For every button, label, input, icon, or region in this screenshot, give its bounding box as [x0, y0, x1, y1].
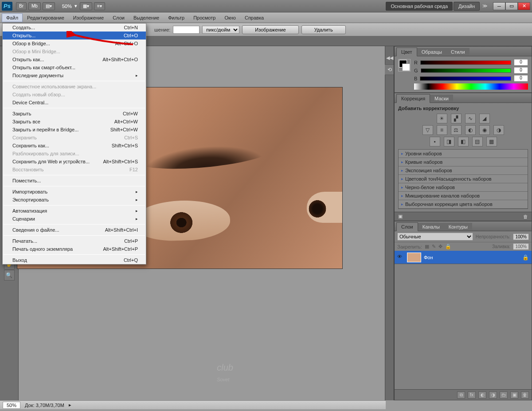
- menu-item[interactable]: Поместить...: [3, 177, 146, 185]
- levels-icon[interactable]: ▞: [451, 114, 462, 123]
- posterize-icon[interactable]: ◨: [444, 137, 454, 146]
- panel-tab[interactable]: Слои: [396, 222, 418, 231]
- status-zoom[interactable]: 50%: [3, 402, 20, 409]
- panel-tab[interactable]: Цвет: [396, 47, 417, 56]
- new-layer-icon[interactable]: ▣: [510, 391, 518, 399]
- b-value[interactable]: 0: [514, 75, 528, 82]
- panel-tab[interactable]: Коррекция: [396, 94, 430, 103]
- hue-icon[interactable]: ≡: [437, 125, 447, 135]
- menu-item[interactable]: Печать одного экземпляраAlt+Shift+Ctrl+P: [3, 245, 146, 253]
- menu-item[interactable]: Сценарии: [3, 215, 146, 223]
- screen-mode-button[interactable]: ▤▾: [43, 2, 55, 10]
- menu-item[interactable]: Открыть...Ctrl+O: [3, 32, 146, 40]
- minibridge-button[interactable]: Mb: [28, 2, 41, 10]
- link-layers-icon[interactable]: ⧉: [457, 391, 465, 399]
- menu-item[interactable]: ЗакрытьCtrl+W: [3, 110, 146, 118]
- menu-item[interactable]: ВыходCtrl+Q: [3, 256, 146, 264]
- r-value[interactable]: 0: [514, 59, 528, 66]
- adjustment-preset[interactable]: Выборочная коррекция цвета наборов: [399, 200, 528, 209]
- lock-pixels-icon[interactable]: ▦: [425, 244, 429, 249]
- menu-фильтр[interactable]: Фильтр: [164, 13, 189, 22]
- g-value[interactable]: 0: [514, 67, 528, 74]
- adjustment-preset[interactable]: Черно-белое наборов: [399, 183, 528, 192]
- adj-foot-r-icon[interactable]: 🗑: [523, 214, 528, 219]
- menu-item[interactable]: Создать...Ctrl+N: [3, 24, 146, 32]
- menu-выделение[interactable]: Выделение: [129, 13, 164, 22]
- adjustment-preset[interactable]: Кривые наборов: [399, 158, 528, 166]
- menu-item[interactable]: Закрыть всеAlt+Ctrl+W: [3, 118, 146, 126]
- menu-item[interactable]: Сохранить как...Shift+Ctrl+S: [3, 142, 146, 150]
- layer-thumbnail[interactable]: [407, 253, 421, 262]
- brightness-icon[interactable]: ☀: [437, 114, 447, 123]
- menu-item[interactable]: Device Central...: [3, 99, 146, 107]
- adj-foot-l-icon[interactable]: ▣: [398, 213, 403, 219]
- g-slider[interactable]: [421, 68, 511, 73]
- front-image-button[interactable]: Изображение: [242, 25, 298, 34]
- zoom-tool[interactable]: 🔍: [4, 270, 15, 281]
- selective-icon[interactable]: ▦: [486, 137, 497, 146]
- menu-окно[interactable]: Окно: [220, 13, 240, 22]
- lock-all-icon[interactable]: 🔒: [445, 244, 451, 249]
- close-button[interactable]: ✕: [518, 2, 530, 10]
- adjustment-preset[interactable]: Экспозиция наборов: [399, 166, 528, 175]
- menu-item[interactable]: Обзор в Bridge...Alt+Ctrl+O: [3, 40, 146, 47]
- zoom-level[interactable]: 50%: [62, 4, 72, 9]
- status-more-icon[interactable]: ▸: [69, 402, 71, 408]
- fill-value[interactable]: 100%: [513, 243, 529, 250]
- menu-item[interactable]: Импортировать: [3, 188, 146, 196]
- hue-ramp[interactable]: [414, 83, 528, 90]
- lock-paint-icon[interactable]: ✎: [432, 244, 436, 249]
- workspace-more[interactable]: ≫: [481, 3, 489, 9]
- bw-icon[interactable]: ◐: [465, 125, 476, 135]
- menu-файл[interactable]: Файл: [2, 13, 23, 22]
- delete-layer-icon[interactable]: 🗑: [521, 391, 529, 399]
- background-swatch[interactable]: [402, 63, 410, 71]
- menu-редактирование[interactable]: Редактирование: [23, 13, 69, 22]
- minimize-button[interactable]: ─: [493, 2, 505, 10]
- menu-просмотр[interactable]: Просмотр: [189, 13, 220, 22]
- color-swatches[interactable]: [398, 59, 411, 71]
- menu-item[interactable]: Сведения о файле...Alt+Shift+Ctrl+I: [3, 226, 146, 234]
- layer-name[interactable]: Фон: [424, 255, 520, 260]
- panel-tab[interactable]: Стили: [446, 48, 469, 56]
- panel-tab[interactable]: Каналы: [418, 223, 444, 231]
- layer-row[interactable]: 👁 Фон 🔒: [395, 251, 532, 264]
- collapsed-panels[interactable]: ◀◀ ⟲: [385, 46, 394, 400]
- mixer-icon[interactable]: ◑: [493, 125, 504, 135]
- balance-icon[interactable]: ⚖: [451, 125, 462, 135]
- curves-icon[interactable]: ∿: [465, 114, 476, 123]
- resolution-input[interactable]: [173, 26, 200, 34]
- extras-button[interactable]: ≡▾: [94, 2, 105, 10]
- history-icon[interactable]: ⟲: [384, 64, 395, 75]
- lock-move-icon[interactable]: ✥: [438, 244, 442, 249]
- adjustment-preset[interactable]: Уровни наборов: [399, 150, 528, 158]
- arrange-button[interactable]: ▦▾: [80, 2, 92, 10]
- blend-mode-select[interactable]: Обычные: [397, 233, 473, 241]
- workspace-design[interactable]: Дизайн: [454, 2, 480, 11]
- maximize-button[interactable]: ▭: [505, 2, 518, 10]
- bridge-button[interactable]: Br: [16, 2, 27, 10]
- menu-изображение[interactable]: Изображение: [69, 13, 108, 22]
- gradient-map-icon[interactable]: ▤: [472, 137, 483, 146]
- r-slider[interactable]: [420, 60, 511, 65]
- menu-item[interactable]: Автоматизация: [3, 207, 146, 215]
- b-slider[interactable]: [420, 76, 511, 81]
- menu-item[interactable]: Открыть как смарт-объект...: [3, 63, 146, 71]
- panel-tab[interactable]: Контуры: [444, 223, 472, 231]
- panel-tab[interactable]: Образцы: [417, 48, 446, 56]
- clear-button[interactable]: Удалить: [301, 25, 346, 34]
- adjustment-preset[interactable]: Микширование каналов наборов: [399, 192, 528, 200]
- menu-item[interactable]: Экспортировать: [3, 196, 146, 204]
- invert-icon[interactable]: ▪: [430, 137, 440, 146]
- resolution-units[interactable]: пикс/дюйм: [202, 26, 239, 34]
- workspace-essentials[interactable]: Основная рабочая среда: [386, 2, 453, 11]
- photo-filter-icon[interactable]: ◉: [479, 125, 490, 135]
- adjustment-preset[interactable]: Цветовой тон/Насыщенность наборов: [399, 175, 528, 183]
- opacity-value[interactable]: 100%: [513, 233, 529, 240]
- group-icon[interactable]: 🗀: [500, 391, 508, 399]
- panel-tab[interactable]: Маски: [430, 95, 453, 103]
- menu-item[interactable]: Печатать...Ctrl+P: [3, 237, 146, 245]
- menu-item[interactable]: Закрыть и перейти в Bridge...Shift+Ctrl+…: [3, 126, 146, 134]
- visibility-icon[interactable]: 👁: [397, 254, 404, 261]
- menu-item[interactable]: Сохранить для Web и устройств...Alt+Shif…: [3, 158, 146, 166]
